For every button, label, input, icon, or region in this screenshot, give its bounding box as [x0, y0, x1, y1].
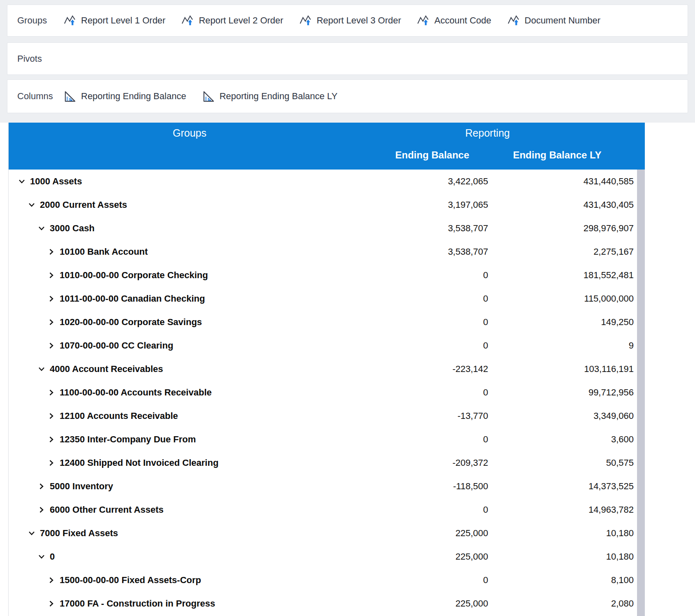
ending-balance-cell: 0	[371, 504, 494, 515]
chevron-right-icon[interactable]	[47, 412, 56, 420]
ending-balance-ly-cell: 10,180	[494, 528, 637, 539]
chevron-right-icon[interactable]	[37, 482, 46, 490]
order-field-icon	[507, 14, 520, 27]
group-label: 5000 Inventory	[50, 481, 113, 492]
ending-balance-ly-cell: 2,275,167	[494, 246, 637, 257]
chevron-down-icon[interactable]	[37, 224, 46, 232]
group-label: 1010-00-00-00 Corporate Checking	[60, 270, 208, 281]
chevron-right-icon[interactable]	[47, 295, 56, 303]
table-row[interactable]: 10100 Bank Account3,538,7072,275,167	[9, 240, 645, 263]
group-label: 0	[50, 551, 55, 562]
ending-balance-ly-cell: 298,976,907	[494, 223, 637, 234]
ending-balance-cell: 3,422,065	[371, 176, 494, 187]
field-chip[interactable]: Account Code	[417, 14, 491, 27]
chevron-down-icon[interactable]	[18, 177, 26, 186]
group-label: 17000 FA - Construction in Progress	[60, 598, 215, 609]
groups-zone-label: Groups	[17, 15, 63, 26]
field-chip-label: Reporting Ending Balance	[81, 91, 186, 102]
ending-balance-cell: 0	[371, 387, 494, 398]
ending-balance-ly-cell: 181,552,481	[494, 270, 637, 281]
table-row[interactable]: 4000 Account Receivables-223,142103,116,…	[9, 357, 645, 381]
chevron-right-icon[interactable]	[37, 506, 46, 514]
table-row[interactable]: 2000 Current Assets3,197,065431,430,405	[9, 193, 645, 216]
group-label: 12400 Shipped Not Invoiced Clearing	[60, 458, 218, 468]
ending-balance-cell: 3,538,707	[371, 246, 494, 257]
table-row[interactable]: 1070-00-00-00 CC Clearing09	[9, 334, 645, 357]
chevron-right-icon[interactable]	[47, 248, 56, 256]
order-field-icon	[181, 14, 194, 27]
header-ending-balance[interactable]: Ending Balance	[371, 143, 494, 167]
chevron-down-icon[interactable]	[37, 365, 46, 373]
vertical-scrollbar-thumb[interactable]	[637, 170, 645, 616]
group-label: 1000 Assets	[30, 176, 82, 187]
group-label: 1020-00-00-00 Corporate Savings	[60, 317, 202, 328]
ending-balance-cell: -13,770	[371, 411, 494, 421]
table-row[interactable]: 1500-00-00-00 Fixed Assets-Corp08,100	[9, 568, 645, 592]
chevron-right-icon[interactable]	[47, 318, 56, 326]
columns-zone-label: Columns	[17, 91, 63, 102]
measure-field-icon	[63, 90, 76, 103]
group-cell: 1100-00-00-00 Accounts Receivable	[9, 387, 371, 398]
ending-balance-cell: 0	[371, 340, 494, 351]
table-row[interactable]: 7000 Fixed Assets225,00010,180	[9, 521, 645, 545]
group-label: 1100-00-00-00 Accounts Receivable	[60, 387, 212, 398]
chevron-right-icon[interactable]	[47, 435, 56, 444]
ending-balance-ly-cell: 2,080	[494, 598, 637, 609]
groups-chip-list: Report Level 1 OrderReport Level 2 Order…	[63, 14, 616, 27]
chevron-right-icon[interactable]	[47, 459, 56, 467]
field-chip[interactable]: Report Level 1 Order	[63, 14, 165, 27]
table-row[interactable]: 17000 FA - Construction in Progress225,0…	[9, 592, 645, 615]
chevron-down-icon[interactable]	[37, 553, 46, 561]
table-row[interactable]: 3000 Cash3,538,707298,976,907	[9, 216, 645, 240]
field-chip[interactable]: Reporting Ending Balance	[63, 90, 186, 103]
chevron-right-icon[interactable]	[47, 342, 56, 350]
measure-field-icon	[202, 90, 215, 103]
ending-balance-ly-cell: 99,712,956	[494, 387, 637, 398]
columns-dropzone[interactable]: Columns Reporting Ending BalanceReportin…	[7, 79, 688, 113]
field-chip-label: Account Code	[434, 15, 491, 26]
table-row[interactable]: 12400 Shipped Not Invoiced Clearing-209,…	[9, 451, 645, 474]
table-row[interactable]: 1010-00-00-00 Corporate Checking0181,552…	[9, 263, 645, 287]
chevron-right-icon[interactable]	[47, 271, 56, 279]
header-groups[interactable]: Groups	[9, 123, 371, 143]
table-row[interactable]: 12100 Accounts Receivable-13,7703,349,06…	[9, 404, 645, 428]
field-chip-label: Report Level 2 Order	[199, 15, 283, 26]
ending-balance-cell: -223,142	[371, 364, 494, 374]
chevron-right-icon[interactable]	[47, 388, 56, 397]
ending-balance-ly-cell: 14,373,525	[494, 481, 637, 492]
ending-balance-cell: 0	[371, 270, 494, 281]
pivot-table: Groups Reporting Ending Balance Ending B…	[8, 123, 644, 616]
group-cell: 1011-00-00-00 Canadian Checking	[9, 293, 371, 304]
group-label: 12350 Inter-Company Due From	[60, 434, 196, 445]
chevron-down-icon[interactable]	[28, 529, 36, 537]
field-chip[interactable]: Reporting Ending Balance LY	[202, 90, 338, 103]
group-label: 12100 Accounts Receivable	[60, 411, 178, 421]
table-row[interactable]: 1020-00-00-00 Corporate Savings0149,250	[9, 310, 645, 334]
table-row[interactable]: 5000 Inventory-118,50014,373,525	[9, 474, 645, 498]
group-label: 1011-00-00-00 Canadian Checking	[60, 293, 205, 304]
chevron-down-icon[interactable]	[28, 201, 36, 209]
field-chip[interactable]: Report Level 3 Order	[299, 14, 401, 27]
chevron-right-icon[interactable]	[47, 576, 56, 584]
pivots-dropzone[interactable]: Pivots	[7, 42, 688, 75]
chevron-right-icon[interactable]	[47, 600, 56, 608]
table-row[interactable]: 0225,00010,180	[9, 545, 645, 568]
order-field-icon	[299, 14, 312, 27]
group-label: 2000 Current Assets	[40, 200, 127, 210]
ending-balance-cell: 0	[371, 317, 494, 328]
header-ending-balance-ly[interactable]: Ending Balance LY	[494, 143, 637, 167]
table-row[interactable]: 12350 Inter-Company Due From03,600	[9, 428, 645, 451]
table-row[interactable]: 6000 Other Current Assets014,963,782	[9, 498, 645, 521]
groups-dropzone[interactable]: Groups Report Level 1 OrderReport Level …	[7, 5, 688, 37]
ending-balance-ly-cell: 10,180	[494, 551, 637, 562]
ending-balance-ly-cell: 431,440,585	[494, 176, 637, 187]
group-cell: 7000 Fixed Assets	[9, 528, 371, 539]
field-chip[interactable]: Document Number	[507, 14, 601, 27]
ending-balance-cell: 0	[371, 575, 494, 586]
table-row[interactable]: 1011-00-00-00 Canadian Checking0115,000,…	[9, 287, 645, 310]
group-cell: 2000 Current Assets	[9, 200, 371, 210]
table-row[interactable]: 1000 Assets3,422,065431,440,585	[9, 170, 645, 193]
table-row[interactable]: 1100-00-00-00 Accounts Receivable099,712…	[9, 381, 645, 404]
field-chip[interactable]: Report Level 2 Order	[181, 14, 283, 27]
group-label: 6000 Other Current Assets	[50, 504, 164, 515]
